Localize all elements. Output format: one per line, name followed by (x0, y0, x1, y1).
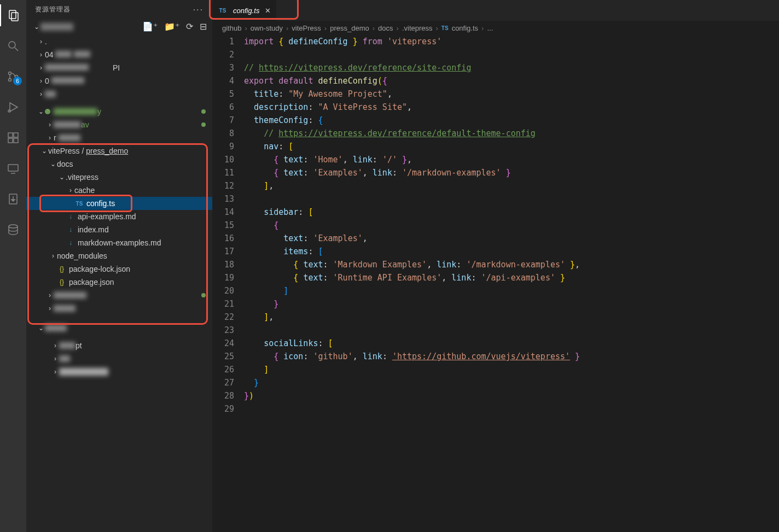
code-content[interactable]: import { defineConfig } from 'vitepress'… (244, 35, 779, 532)
svg-rect-13 (8, 165, 18, 171)
svg-point-8 (8, 110, 10, 112)
collapse-icon[interactable]: ⊟ (200, 21, 207, 32)
svg-rect-10 (8, 138, 13, 143)
svg-point-5 (9, 79, 11, 81)
sidebar: 资源管理器 ··· ⌄ 📄⁺ 📁⁺ ⟳ ⊟ ›. ›04 › PI ›0 › ⌄… (26, 0, 212, 532)
json-icon: {} (57, 278, 67, 286)
source-control-icon[interactable]: 6 (0, 66, 26, 87)
tree-row-pkg-lock[interactable]: ·{}package-lock.json (26, 262, 212, 276)
typescript-icon: TS (74, 201, 84, 207)
new-file-icon[interactable]: 📄⁺ (142, 21, 158, 32)
activity-bar: 6 (0, 0, 26, 532)
new-folder-icon[interactable]: 📁⁺ (164, 21, 179, 32)
typescript-icon: TS (441, 25, 449, 31)
tree-row[interactable]: ›av (26, 118, 212, 131)
close-icon[interactable]: ✕ (265, 7, 271, 15)
svg-rect-0 (9, 10, 16, 19)
tree-row-vitepress-dir[interactable]: ⌄.vitepress (26, 171, 212, 184)
tree-row[interactable]: › (26, 87, 212, 101)
tree-row[interactable]: › (26, 289, 212, 302)
tree-row-vitepress[interactable]: ⌄ vitePress / press_demo (26, 144, 212, 157)
modified-dot-icon (201, 293, 206, 297)
svg-rect-12 (14, 133, 18, 137)
chevron-down-icon[interactable]: ⌄ (33, 23, 40, 31)
tree-row[interactable]: ›pt (26, 339, 212, 352)
breadcrumbs[interactable]: github› own-study› vitePress› press_demo… (212, 21, 779, 35)
tree-row[interactable]: › PI (26, 61, 212, 74)
svg-marker-7 (10, 103, 18, 112)
tree-row-api-examples[interactable]: ·↓api-examples.md (26, 210, 212, 223)
markdown-icon: ↓ (66, 226, 75, 233)
markdown-icon: ↓ (66, 213, 75, 220)
svg-rect-11 (14, 138, 18, 143)
svg-point-4 (9, 72, 11, 75)
tree-row[interactable]: ⌄ (26, 321, 212, 335)
tree-row-index-md[interactable]: ·↓index.md (26, 223, 212, 236)
tab-config-ts[interactable]: TS config.ts ✕ (212, 0, 276, 21)
tree-row-config-ts[interactable]: ·TSconfig.ts (26, 197, 212, 210)
remote-icon[interactable] (0, 157, 26, 179)
sidebar-more-icon[interactable]: ··· (193, 5, 204, 15)
svg-rect-1 (11, 13, 18, 21)
scm-badge: 6 (13, 77, 22, 85)
sidebar-title: 资源管理器 (35, 5, 71, 14)
tree-row-node-modules[interactable]: ›node_modules (26, 249, 212, 262)
editor: TS config.ts ✕ github› own-study› vitePr… (212, 0, 779, 532)
tab-bar: TS config.ts ✕ (212, 0, 779, 21)
database-icon[interactable] (0, 219, 26, 241)
tree-row[interactable]: › (26, 302, 212, 315)
file-tree: ›. ›04 › PI ›0 › ⌄y ›av ›r ⌄ vitePress /… (26, 34, 212, 532)
search-icon[interactable] (0, 35, 26, 57)
tree-row-pkg[interactable]: ·{}package.json (26, 276, 212, 289)
misc-icon-1[interactable] (0, 188, 26, 210)
explorer-icon[interactable] (0, 4, 26, 26)
json-icon: {} (57, 265, 67, 273)
tree-row[interactable]: › (26, 365, 212, 378)
modified-dot-icon (201, 109, 206, 114)
extensions-icon[interactable] (0, 127, 26, 149)
tree-row[interactable]: ›0 (26, 74, 212, 87)
markdown-icon: ↓ (66, 239, 75, 247)
tree-row[interactable]: › (26, 352, 212, 365)
tree-row[interactable]: ⌄y (26, 105, 212, 118)
tree-row-md-examples[interactable]: ·↓markdown-examples.md (26, 236, 212, 249)
run-debug-icon[interactable] (0, 96, 26, 118)
sidebar-header: 资源管理器 ··· (26, 0, 212, 19)
tree-row-cache[interactable]: ›cache (26, 184, 212, 197)
tab-label: config.ts (233, 7, 259, 15)
sidebar-toolbar: ⌄ 📄⁺ 📁⁺ ⟳ ⊟ (26, 19, 212, 34)
svg-line-3 (15, 48, 18, 51)
tree-row[interactable]: ›. (26, 35, 212, 48)
typescript-icon: TS (218, 8, 228, 14)
svg-point-17 (9, 225, 18, 228)
svg-point-2 (9, 42, 15, 48)
tree-row[interactable]: ›04 (26, 48, 212, 61)
tree-row-docs[interactable]: ⌄docs (26, 157, 212, 171)
svg-rect-9 (8, 133, 13, 137)
tree-row[interactable]: ›r (26, 131, 212, 144)
refresh-icon[interactable]: ⟳ (186, 21, 193, 32)
code-area[interactable]: 1234567891011121314151617181920212223242… (212, 35, 779, 532)
modified-dot-icon (201, 122, 206, 127)
line-numbers: 1234567891011121314151617181920212223242… (212, 35, 244, 532)
workspace-name-blurred (40, 23, 73, 31)
